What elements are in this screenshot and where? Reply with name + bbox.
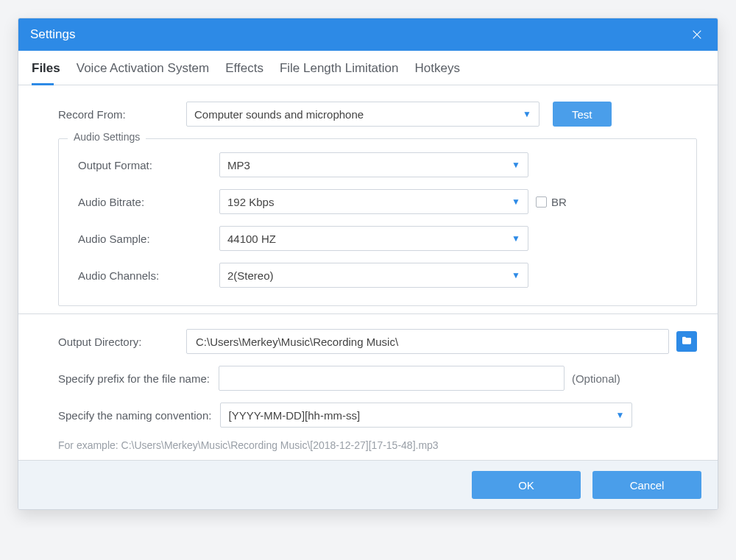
br-checkbox[interactable]: BR bbox=[536, 196, 567, 208]
sample-label: Audio Sample: bbox=[72, 233, 219, 245]
prefix-input[interactable] bbox=[227, 372, 556, 386]
channels-label: Audio Channels: bbox=[72, 269, 219, 282]
br-checkbox-label: BR bbox=[551, 196, 567, 208]
output-format-value: MP3 bbox=[227, 159, 512, 171]
record-from-value: Computer sounds and microphone bbox=[194, 108, 523, 121]
tab-hotkeys[interactable]: Hotkeys bbox=[414, 61, 459, 85]
titlebar: Settings bbox=[18, 18, 718, 51]
browse-button[interactable] bbox=[676, 331, 697, 352]
prefix-label: Specify prefix for the file name: bbox=[39, 372, 219, 385]
ok-button[interactable]: OK bbox=[472, 471, 581, 499]
prefix-field[interactable] bbox=[219, 366, 565, 391]
row-output-format: Output Format: MP3 ▼ bbox=[72, 152, 683, 177]
row-naming: Specify the naming convention: [YYYY-MM-… bbox=[39, 403, 697, 428]
tabs: Files Voice Activation System Effects Fi… bbox=[18, 51, 718, 85]
chevron-down-icon: ▼ bbox=[523, 109, 531, 119]
naming-value: [YYYY-MM-DD][hh-mm-ss] bbox=[228, 409, 615, 422]
settings-window: Settings Files Voice Activation System E… bbox=[18, 18, 718, 510]
panel-files: Record From: Computer sounds and microph… bbox=[18, 85, 718, 460]
audio-settings-group: Audio Settings Output Format: MP3 ▼ Audi… bbox=[58, 138, 697, 306]
chevron-down-icon: ▼ bbox=[512, 196, 520, 207]
row-sample: Audio Sample: 44100 HZ ▼ bbox=[72, 226, 683, 251]
row-bitrate: Audio Bitrate: 192 Kbps ▼ BR bbox=[72, 189, 683, 214]
audio-settings-legend: Audio Settings bbox=[68, 131, 146, 143]
chevron-down-icon: ▼ bbox=[512, 270, 520, 280]
chevron-down-icon: ▼ bbox=[512, 160, 520, 170]
checkbox-box-icon bbox=[536, 196, 547, 208]
chevron-down-icon: ▼ bbox=[512, 233, 520, 244]
record-from-select[interactable]: Computer sounds and microphone ▼ bbox=[186, 102, 539, 127]
row-record-from: Record From: Computer sounds and microph… bbox=[39, 102, 697, 127]
output-dir-field[interactable] bbox=[186, 329, 669, 354]
row-output-dir: Output Directory: bbox=[39, 329, 697, 354]
sample-select[interactable]: 44100 HZ ▼ bbox=[219, 226, 528, 251]
record-from-label: Record From: bbox=[39, 108, 186, 121]
output-format-select[interactable]: MP3 ▼ bbox=[219, 152, 528, 177]
bitrate-label: Audio Bitrate: bbox=[72, 196, 219, 208]
channels-select[interactable]: 2(Stereo) ▼ bbox=[219, 263, 528, 288]
close-icon[interactable] bbox=[688, 26, 706, 43]
naming-select[interactable]: [YYYY-MM-DD][hh-mm-ss] ▼ bbox=[220, 403, 632, 428]
tab-files[interactable]: Files bbox=[32, 61, 60, 85]
test-button[interactable]: Test bbox=[553, 102, 612, 127]
bitrate-value: 192 Kbps bbox=[227, 196, 512, 208]
window-title: Settings bbox=[30, 27, 75, 42]
optional-label: (Optional) bbox=[572, 372, 620, 385]
output-dir-label: Output Directory: bbox=[39, 336, 186, 348]
row-channels: Audio Channels: 2(Stereo) ▼ bbox=[72, 263, 683, 288]
cancel-button[interactable]: Cancel bbox=[592, 471, 701, 499]
separator bbox=[18, 313, 718, 314]
output-format-label: Output Format: bbox=[72, 159, 219, 171]
output-dir-input[interactable] bbox=[194, 335, 661, 349]
channels-value: 2(Stereo) bbox=[227, 269, 512, 282]
tab-vas[interactable]: Voice Activation System bbox=[77, 61, 209, 85]
footer: OK Cancel bbox=[18, 460, 718, 509]
sample-value: 44100 HZ bbox=[227, 233, 512, 245]
example-hint: For example: C:\Users\Merkey\Music\Recor… bbox=[39, 439, 697, 451]
folder-icon bbox=[681, 335, 693, 349]
tab-effects[interactable]: Effects bbox=[225, 61, 263, 85]
row-prefix: Specify prefix for the file name: (Optio… bbox=[39, 366, 697, 391]
naming-label: Specify the naming convention: bbox=[39, 409, 220, 422]
tab-fll[interactable]: File Length Limitation bbox=[280, 61, 399, 85]
bitrate-select[interactable]: 192 Kbps ▼ bbox=[219, 189, 528, 214]
chevron-down-icon: ▼ bbox=[616, 410, 625, 420]
